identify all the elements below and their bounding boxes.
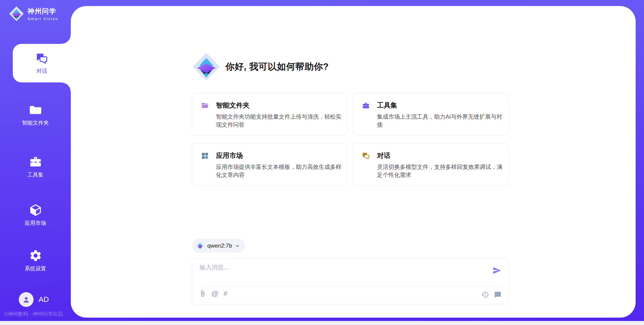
sidebar-item-label: 智能文件夹 xyxy=(22,120,49,127)
chevron-down-icon xyxy=(235,244,240,248)
card-description: 灵活切换多模型文件，支持多样回复效果调试，满足个性化需求 xyxy=(377,163,506,179)
briefcase-icon xyxy=(362,102,370,110)
folder-open-icon xyxy=(201,102,209,110)
model-name: qwen2:7b xyxy=(207,243,232,249)
message-input[interactable] xyxy=(199,263,482,283)
user-profile[interactable]: AD xyxy=(19,292,49,307)
sidebar-item-label: 对话 xyxy=(37,68,47,75)
chat-bubbles-icon xyxy=(362,152,370,160)
user-name: AD xyxy=(39,295,49,304)
feature-cards: 智能文件夹 智能文件夹功能支持批量文件上传与清洗，轻松实现文件问答 xyxy=(192,93,508,186)
sidebar-item-toolbox[interactable]: 工具集 xyxy=(0,151,71,183)
conversation-button[interactable] xyxy=(494,291,501,299)
hash-icon: # xyxy=(223,290,227,297)
history-icon xyxy=(481,291,489,299)
app-grid-icon xyxy=(201,152,209,160)
model-selector[interactable]: qwen2:7b xyxy=(192,239,245,253)
card-title: 对话 xyxy=(377,151,390,160)
cube-icon xyxy=(29,203,42,217)
mention-button[interactable]: @ xyxy=(211,290,218,297)
sidebar-item-app-market[interactable]: 应用市场 xyxy=(0,199,71,231)
message-composer: @ # xyxy=(192,258,508,305)
sidebar-item-label: 系统设置 xyxy=(25,265,46,272)
card-title: 工具集 xyxy=(377,101,397,110)
card-title: 应用市场 xyxy=(216,151,243,160)
greeting: 你好, 我可以如何帮助你? xyxy=(192,52,329,81)
card-smart-folder[interactable]: 智能文件夹 智能文件夹功能支持批量文件上传与清洗，轻松实现文件问答 xyxy=(192,93,347,136)
avatar xyxy=(19,292,34,307)
card-description: 集成市场上主流工具，助力AI与外界无缝扩展与对接 xyxy=(377,113,506,129)
card-title: 智能文件夹 xyxy=(216,101,250,110)
chat-bubble-icon xyxy=(494,291,501,299)
card-description: 智能文件夹功能支持批量文件上传与清洗，轻松实现文件问答 xyxy=(216,113,345,129)
assistant-logo-icon xyxy=(192,52,221,81)
chat-bubbles-icon xyxy=(36,52,48,65)
person-icon xyxy=(22,295,31,304)
card-chat[interactable]: 对话 灵活切换多模型文件，支持多样回复效果调试，满足个性化需求 xyxy=(353,143,508,186)
brand-subtitle: Smart Vision xyxy=(28,17,58,21)
card-app-market[interactable]: 应用市场 应用市场提供丰富长文本模板，助力高效生成多样化文章内容 xyxy=(192,143,347,186)
attach-file-button[interactable] xyxy=(199,290,206,297)
sidebar-item-label: 应用市场 xyxy=(25,220,46,227)
copyright-text: ©神州数码 · 神州问学出品 xyxy=(4,311,63,317)
sidebar-item-label: 工具集 xyxy=(28,172,44,179)
folder-icon xyxy=(29,103,42,117)
paperclip-icon xyxy=(199,290,206,297)
tab-flare-top xyxy=(62,35,71,44)
send-button[interactable] xyxy=(492,266,501,275)
at-icon: @ xyxy=(211,290,218,297)
topic-button[interactable]: # xyxy=(223,290,227,297)
sidebar-item-chat[interactable]: 对话 xyxy=(13,44,71,82)
brand-diamond-icon xyxy=(9,6,24,21)
brand-logo: 神州问学 Smart Vision xyxy=(9,6,58,21)
model-logo-icon xyxy=(196,242,204,250)
send-icon xyxy=(492,266,501,275)
greeting-title: 你好, 我可以如何帮助你? xyxy=(225,61,329,73)
composer-divider xyxy=(199,286,501,286)
brand-name: 神州问学 xyxy=(28,7,58,16)
app-window: 神州问学 Smart Vision 对话 智能文件夹 xyxy=(0,0,644,325)
main-panel: 你好, 我可以如何帮助你? 智能文件夹 智能文件夹功能支持批量文件上传与清洗，轻… xyxy=(71,6,636,318)
sidebar: 神州问学 Smart Vision 对话 智能文件夹 xyxy=(0,0,71,321)
history-button[interactable] xyxy=(481,291,489,299)
card-toolbox[interactable]: 工具集 集成市场上主流工具，助力AI与外界无缝扩展与对接 xyxy=(353,93,508,136)
card-description: 应用市场提供丰富长文本模板，助力高效生成多样化文章内容 xyxy=(216,163,345,179)
tab-flare-bottom xyxy=(62,82,71,91)
gear-icon xyxy=(29,249,42,262)
toolbox-icon xyxy=(29,155,42,169)
sidebar-item-settings[interactable]: 系统设置 xyxy=(0,245,71,277)
sidebar-item-smart-folder[interactable]: 智能文件夹 xyxy=(0,99,71,131)
